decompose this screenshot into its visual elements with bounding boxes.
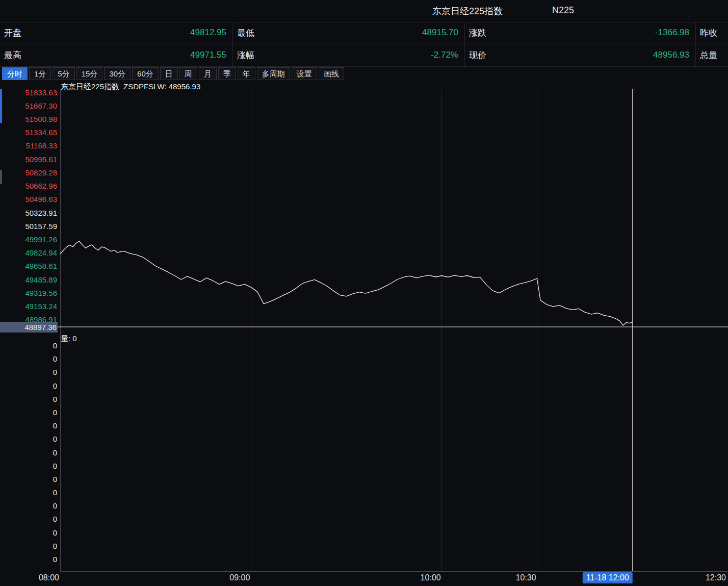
- quote-open-value: 49812.95: [190, 28, 226, 38]
- window-header: 东京日经225指数 N225: [0, 0, 728, 22]
- timeframe-tab[interactable]: 季: [218, 67, 236, 80]
- volume-axis-label: 0: [0, 542, 57, 550]
- volume-axis-label: 0: [0, 488, 57, 497]
- quote-last-label: 现价: [469, 49, 486, 61]
- timeframe-tab[interactable]: 1分: [29, 67, 51, 80]
- price-axis-label: 48986.91: [0, 315, 57, 324]
- timeframe-tab[interactable]: 月: [199, 67, 217, 80]
- quote-change: 涨跌 -1366.98: [465, 22, 696, 44]
- timeframe-tab[interactable]: 周: [179, 67, 197, 80]
- quote-last: 现价 48956.93: [465, 44, 696, 67]
- volume-axis-label: 0: [0, 515, 57, 523]
- price-axis-label: 49485.89: [0, 275, 57, 285]
- timeframe-tab[interactable]: 日: [160, 67, 178, 80]
- quote-open-label: 开盘: [4, 27, 21, 39]
- quote-open: 开盘 49812.95: [0, 22, 233, 44]
- chart-title-name: 东京日经225指数: [61, 82, 119, 91]
- price-axis-label: 50323.91: [0, 209, 57, 218]
- volume-axis-label: 0: [0, 435, 57, 443]
- price-axis-label: 49153.24: [0, 302, 57, 311]
- volume-pane-label: 量: 0: [61, 334, 77, 344]
- price-axis-label: 50662.96: [0, 182, 57, 191]
- quote-change-pct: 涨幅 -2.72%: [233, 44, 465, 67]
- time-axis-label: 12:30: [706, 573, 727, 582]
- time-axis-label: 10:30: [516, 573, 537, 582]
- volume-axis-label: 0: [0, 555, 57, 564]
- timeframe-tab[interactable]: 5分: [53, 67, 74, 80]
- quote-low-value: 48915.70: [422, 28, 458, 38]
- volume-axis-label: 0: [0, 475, 57, 483]
- volume-axis-label: 0: [0, 354, 57, 363]
- timeframe-tab[interactable]: 多周期: [257, 67, 290, 80]
- quote-low: 最低 48915.70: [233, 22, 465, 44]
- quote-change-pct-label: 涨幅: [237, 49, 254, 61]
- timeframe-tab[interactable]: 15分: [76, 67, 103, 80]
- volume-axis-label: 0: [0, 368, 57, 376]
- quote-change-value: -1366.98: [655, 28, 689, 38]
- volume-axis-label: 0: [0, 501, 57, 510]
- time-axis-label-current: 11-18 12:00: [583, 572, 633, 583]
- volume-axis-label: 0: [0, 448, 57, 457]
- instrument-title: 东京日经225指数: [432, 5, 503, 17]
- quote-volume-label: 总量: [700, 49, 717, 61]
- quote-prev-close-label: 昨收: [700, 27, 717, 39]
- instrument-symbol: N225: [552, 5, 574, 16]
- volume-axis-label: 0: [0, 395, 57, 403]
- time-axis-label: 08:00: [39, 573, 60, 582]
- stock-chart-app: 东京日经225指数 N225 开盘 49812.95 最低 48915.70 涨…: [0, 0, 728, 586]
- price-axis-label: 51168.33: [0, 141, 57, 150]
- quote-low-label: 最低: [237, 27, 254, 39]
- price-axis-label: 51833.63: [0, 88, 57, 97]
- price-axis-label: 49991.26: [0, 235, 57, 244]
- timeframe-tab[interactable]: 年: [238, 67, 255, 80]
- volume-axis-label: 0: [0, 421, 57, 430]
- timeframe-tab[interactable]: 30分: [104, 67, 131, 80]
- chart-indicator-readout: ZSDPFSLW: 48956.93: [123, 82, 200, 91]
- quote-prev-close: 昨收: [696, 22, 728, 44]
- timeframe-tab-bar: 分时1分5分15分30分60分日周月季年多周期设置画线: [0, 66, 728, 81]
- chart-title: 东京日经225指数ZSDPFSLW: 48956.93: [61, 82, 200, 92]
- quote-high-value: 49971.55: [190, 50, 226, 60]
- price-axis-label: 51334.65: [0, 128, 57, 137]
- volume-axis-label: 0: [0, 381, 57, 390]
- timeframe-tab[interactable]: 画线: [319, 67, 344, 80]
- quote-high-label: 最高: [4, 49, 21, 61]
- price-axis-label: 50995.61: [0, 155, 57, 164]
- time-axis-label: 09:00: [229, 573, 251, 582]
- price-axis-label: 49319.56: [0, 289, 57, 298]
- volume-axis-label: 0: [0, 528, 57, 537]
- quote-last-value: 48956.93: [653, 50, 689, 60]
- volume-axis-label: 0: [0, 462, 57, 470]
- price-axis-label: 50157.59: [0, 222, 57, 231]
- quote-panel: 开盘 49812.95 最低 48915.70 涨跌 -1366.98 昨收 最…: [0, 22, 728, 67]
- quote-change-label: 涨跌: [469, 27, 486, 39]
- timeframe-tab[interactable]: 设置: [292, 67, 317, 80]
- price-axis-label: 51500.98: [0, 115, 57, 124]
- quote-volume: 总量: [696, 44, 728, 67]
- timeframe-tab[interactable]: 60分: [132, 67, 159, 80]
- price-axis-label: 49824.94: [0, 248, 57, 258]
- volume-axis-label: 0: [0, 341, 57, 350]
- time-axis-label: 10:00: [421, 573, 442, 582]
- price-axis-label: 49658.61: [0, 262, 57, 271]
- timeframe-tab[interactable]: 分时: [2, 67, 28, 80]
- volume-axis-label: 0: [0, 408, 57, 417]
- price-axis-label: 50829.28: [0, 168, 57, 177]
- quote-change-pct-value: -2.72%: [431, 50, 458, 60]
- price-axis-label: 50496.63: [0, 195, 57, 204]
- price-line: [60, 241, 633, 325]
- price-axis-label: 51667.30: [0, 101, 57, 111]
- quote-high: 最高 49971.55: [0, 44, 233, 67]
